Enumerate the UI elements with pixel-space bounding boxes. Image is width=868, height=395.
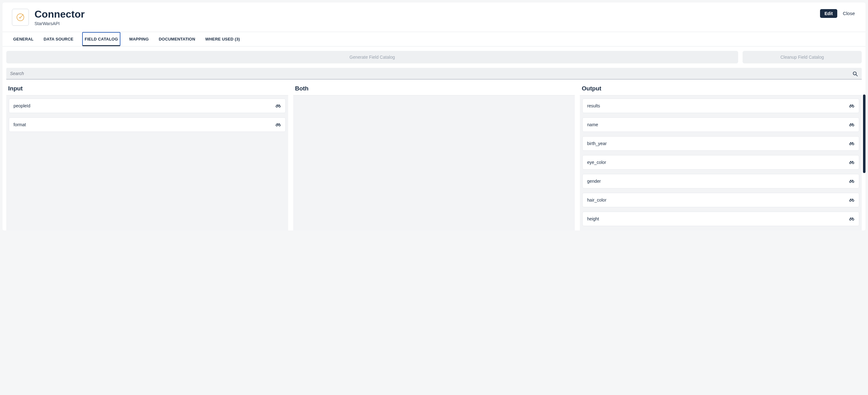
field-card[interactable]: height xyxy=(582,211,859,226)
tab-where-used[interactable]: WHERE USED (3) xyxy=(204,32,241,46)
output-scrollbar[interactable] xyxy=(863,94,866,173)
field-card[interactable]: format xyxy=(9,117,286,132)
connector-logo xyxy=(12,9,29,26)
close-button[interactable]: Close xyxy=(842,9,856,18)
page-header: Connector StarWarsAPI Edit Close xyxy=(2,2,866,32)
cleanup-field-catalog-button[interactable]: Cleanup Field Catalog xyxy=(743,51,862,63)
binoculars-icon xyxy=(849,122,855,127)
field-card[interactable]: birth_year xyxy=(582,136,859,151)
output-column-title: Output xyxy=(580,83,862,95)
page-title: Connector xyxy=(34,9,85,20)
input-column-title: Input xyxy=(6,83,288,95)
field-label: results xyxy=(587,103,600,108)
binoculars-icon xyxy=(275,122,281,127)
binoculars-icon xyxy=(849,104,855,108)
field-label: peopleId xyxy=(13,103,30,108)
field-card[interactable]: eye_color xyxy=(582,155,859,170)
output-column: Output resultsnamebirth_yeareye_colorgen… xyxy=(580,83,862,230)
field-label: format xyxy=(13,122,26,127)
tab-data-source[interactable]: DATA SOURCE xyxy=(42,32,74,46)
tab-general[interactable]: GENERAL xyxy=(12,32,35,46)
both-column-title: Both xyxy=(293,83,575,95)
field-label: birth_year xyxy=(587,141,607,146)
both-column: Both xyxy=(293,83,575,230)
binoculars-icon xyxy=(849,217,855,221)
field-card[interactable]: gender xyxy=(582,174,859,189)
field-label: hair_color xyxy=(587,198,606,202)
edit-button[interactable]: Edit xyxy=(820,9,837,18)
field-card[interactable]: name xyxy=(582,117,859,132)
page-subtitle: StarWarsAPI xyxy=(34,21,85,26)
binoculars-icon xyxy=(849,141,855,146)
field-label: name xyxy=(587,122,598,127)
search-input[interactable] xyxy=(6,68,862,80)
field-card[interactable]: peopleId xyxy=(9,98,286,113)
field-label: height xyxy=(587,216,599,221)
tab-bar: GENERAL DATA SOURCE FIELD CATALOG MAPPIN… xyxy=(2,32,866,47)
connector-icon xyxy=(16,12,25,22)
field-label: eye_color xyxy=(587,160,606,165)
binoculars-icon xyxy=(849,198,855,202)
field-card[interactable]: hair_color xyxy=(582,193,859,207)
generate-field-catalog-button[interactable]: Generate Field Catalog xyxy=(6,51,738,63)
binoculars-icon xyxy=(849,179,855,184)
binoculars-icon xyxy=(275,104,281,108)
tab-field-catalog[interactable]: FIELD CATALOG xyxy=(82,32,120,46)
binoculars-icon xyxy=(849,160,855,165)
input-column: Input peopleIdformat xyxy=(6,83,288,230)
tab-mapping[interactable]: MAPPING xyxy=(128,32,150,46)
field-label: gender xyxy=(587,179,601,184)
tab-documentation[interactable]: DOCUMENTATION xyxy=(157,32,196,46)
field-card[interactable]: results xyxy=(582,98,859,113)
